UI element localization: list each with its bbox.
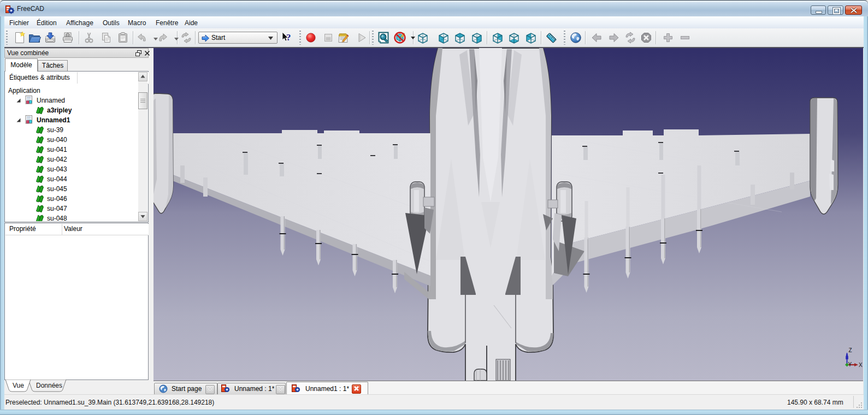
svg-text:Vue: Vue [13, 382, 24, 389]
svg-text:Données: Données [36, 382, 62, 389]
svg-text:Z: Z [849, 347, 852, 353]
svg-text:Y: Y [848, 361, 852, 367]
svg-text:?: ? [286, 32, 291, 43]
svg-text:X: X [859, 362, 863, 368]
